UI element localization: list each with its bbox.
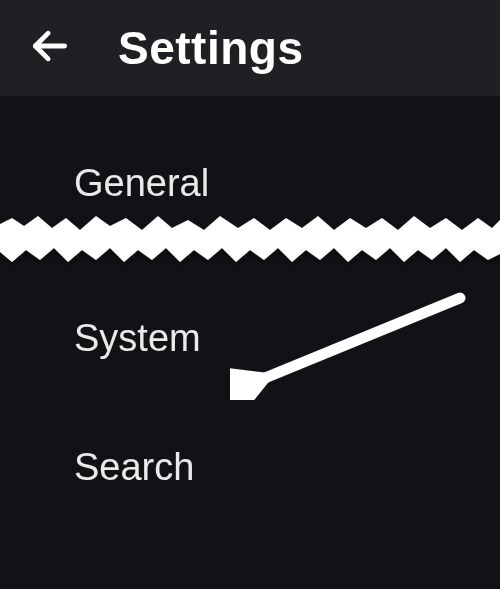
settings-item-system[interactable]: System: [0, 235, 500, 390]
settings-list: General System Search: [0, 96, 500, 529]
settings-item-general[interactable]: General: [0, 132, 500, 235]
settings-item-search[interactable]: Search: [0, 390, 500, 529]
arrow-left-icon: [28, 24, 72, 72]
settings-item-label: System: [74, 317, 201, 359]
settings-screen: Settings General System Search: [0, 0, 500, 589]
back-button[interactable]: [20, 18, 80, 78]
app-header: Settings: [0, 0, 500, 96]
settings-item-label: Search: [74, 446, 194, 488]
page-title: Settings: [118, 21, 303, 75]
settings-item-label: General: [74, 162, 209, 204]
